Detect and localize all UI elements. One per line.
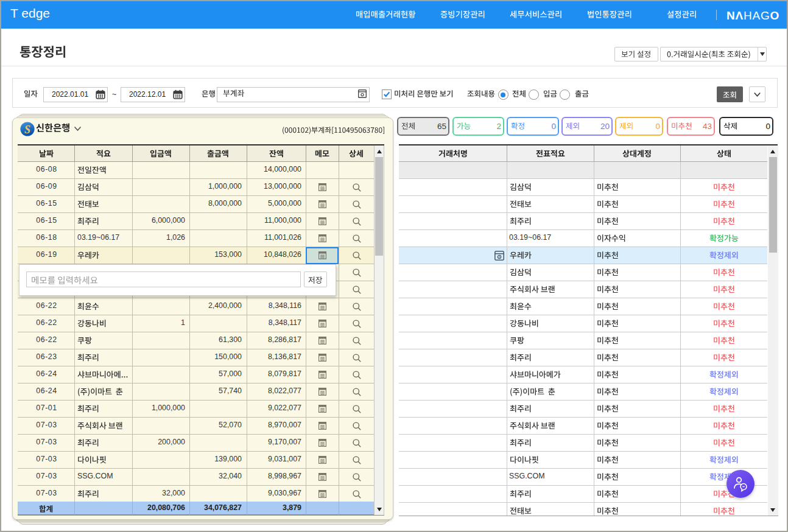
svg-text:S: S	[24, 124, 30, 136]
